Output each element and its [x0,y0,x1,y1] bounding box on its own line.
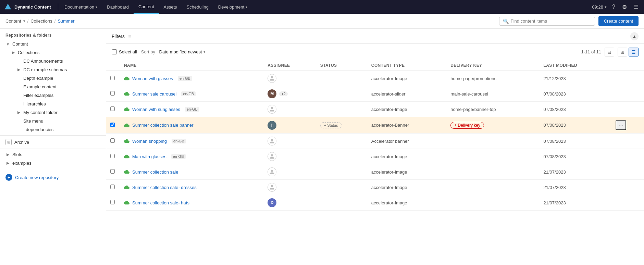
item-name-link[interactable]: Summer collection sale- dresses [132,185,197,190]
row-name-cell: Man with glassesen-GB [120,149,263,164]
item-name-link[interactable]: Woman shopping [132,139,167,144]
table-row: Summer collection sale- dressesaccelerat… [106,180,644,195]
th-name[interactable]: Name [120,60,263,71]
row-checkbox[interactable] [110,154,115,158]
row-checkbox[interactable] [110,123,115,127]
breadcrumb-content[interactable]: Content [5,18,21,24]
nav-item-documentation[interactable]: Documentation ▾ [60,0,102,14]
row-checkbox[interactable] [110,200,115,204]
row-status-cell [316,134,367,149]
row-checkbox[interactable] [110,106,115,111]
sidebar-item-filter-examples[interactable]: Filter examples [0,91,106,100]
toolbar-left: Select all Sort by Date modified newest … [112,49,206,54]
select-all-checkbox[interactable] [112,49,117,54]
row-assignee-cell [263,180,316,195]
add-delivery-key-button[interactable]: + Delivery key [450,122,484,129]
sidebar-item-slots[interactable]: ▶ Slots [0,150,106,159]
row-checkbox-cell [106,71,120,86]
search-input[interactable] [511,18,591,24]
cloud-sync-icon [124,106,129,112]
item-name-link[interactable]: Summer collection sale- hats [132,200,189,205]
row-content-type-cell: accelerator-Image [367,195,446,211]
row-checkbox[interactable] [110,76,115,80]
item-name-link[interactable]: Woman with glasses [132,76,173,81]
item-name-link[interactable]: Summer collection sale [132,169,178,175]
collapse-button[interactable]: ▲ [630,32,639,40]
search-box[interactable]: 🔍 [499,17,595,26]
list-view-button[interactable]: ☰ [629,48,639,56]
filter-toggle-button[interactable]: ⊟ [605,48,614,56]
row-checkbox[interactable] [110,185,115,189]
sidebar-item-hierarchies[interactable]: Hierarchies [0,100,106,108]
item-name-link[interactable]: Woman with sunglasses [132,107,180,112]
nav-content-label: Content [138,4,154,9]
row-checkbox[interactable] [110,91,115,96]
table-row: Woman shoppingen-GBAccelerator banner07/… [106,134,644,149]
sidebar-dc-example-schemas-label: DC example schemas [23,67,100,72]
sidebar-filter-examples-label: Filter examples [23,93,100,98]
cloud-sync-icon [124,169,129,175]
grid-view-button[interactable]: ⊞ [618,48,627,56]
breadcrumb-collections[interactable]: Collections [30,18,52,24]
more-actions-button[interactable]: ··· [616,120,626,130]
select-all-checkbox-wrapper[interactable]: Select all [112,49,137,54]
sidebar-item-dependancies[interactable]: _dependancies [0,125,106,134]
logo[interactable]: Dynamic Content [4,3,51,11]
settings-icon[interactable]: ⚙ [621,2,628,12]
row-status-cell [316,195,367,211]
row-name-cell: Summer collection sale- hats [120,195,263,211]
status-tag[interactable]: + Status [320,122,342,128]
th-checkbox [106,60,120,71]
sidebar-item-content[interactable]: ▼ Content [0,40,106,48]
sidebar-item-dc-example-schemas[interactable]: ▶ DC example schemas [0,65,106,74]
sidebar-item-my-content-folder[interactable]: ▶ My content folder [0,108,106,117]
sidebar-item-archive[interactable]: ⊞ Archive [0,137,106,147]
th-delivery-key[interactable]: Delivery key [446,60,539,71]
breadcrumb-summer[interactable]: Summer [58,18,74,24]
locale-badge: en-GB [181,91,196,96]
nav-item-content[interactable]: Content [134,0,159,14]
breadcrumb-dropdown-icon[interactable]: ▾ [23,19,25,23]
assignee-placeholder [268,105,276,114]
item-name-link[interactable]: Summer collection sale banner [132,123,193,128]
sidebar-content-label: Content [12,41,100,47]
user-icon[interactable]: ☰ [632,2,640,12]
th-actions [611,60,644,71]
row-name-cell: Summer collection sale- dresses [120,180,263,195]
nav-item-dashboard[interactable]: Dashboard [102,0,134,14]
row-assignee-cell [263,102,316,117]
filter-icon[interactable]: ≡ [128,33,131,39]
nav-time-chevron[interactable]: ▾ [605,5,607,9]
sidebar-item-collections[interactable]: ▶ Collections [0,48,106,57]
th-content-type[interactable]: Content type [367,60,446,71]
row-assignee-cell: D [263,195,316,211]
sort-control[interactable]: Sort by Date modified newest ▾ [141,49,206,54]
plus-circle-icon: + [5,174,12,181]
nav-item-development[interactable]: Development ▾ [213,0,252,14]
row-checkbox[interactable] [110,138,115,143]
sidebar-item-example-content[interactable]: Example content [0,83,106,91]
sidebar-item-dc-announcements[interactable]: DC Announcements [0,57,106,65]
sidebar-item-examples[interactable]: ▶ examples [0,159,106,167]
nav-documentation-chevron: ▾ [96,5,97,9]
create-repository-button[interactable]: + Create new repository [0,171,106,184]
row-name-cell: Summer sale carouselen-GB [120,86,263,102]
row-checkbox[interactable] [110,169,115,174]
row-content-type-cell: accelerator-Image [367,180,446,195]
chevron-right-icon-3: ▶ [16,110,21,115]
sidebar-item-depth-example[interactable]: Depth example [0,74,106,83]
item-name-link[interactable]: Man with glasses [132,154,166,159]
row-delivery-key-cell [446,180,539,195]
th-assignee[interactable]: Assignee [263,60,316,71]
row-delivery-key-cell [446,134,539,149]
nav-item-assets[interactable]: Assets [159,0,182,14]
nav-item-scheduling[interactable]: Scheduling [182,0,213,14]
th-last-modified[interactable]: Last modified [540,60,612,71]
row-name-cell: Woman with sunglassesen-GB [120,102,263,117]
help-icon[interactable]: ? [611,2,617,11]
breadcrumb-sep-2: / [54,18,56,24]
item-name-link[interactable]: Summer sale carousel [132,91,176,97]
th-status[interactable]: Status [316,60,367,71]
sidebar-item-site-menu[interactable]: Site menu [0,117,106,125]
create-content-button[interactable]: Create content [598,16,639,26]
